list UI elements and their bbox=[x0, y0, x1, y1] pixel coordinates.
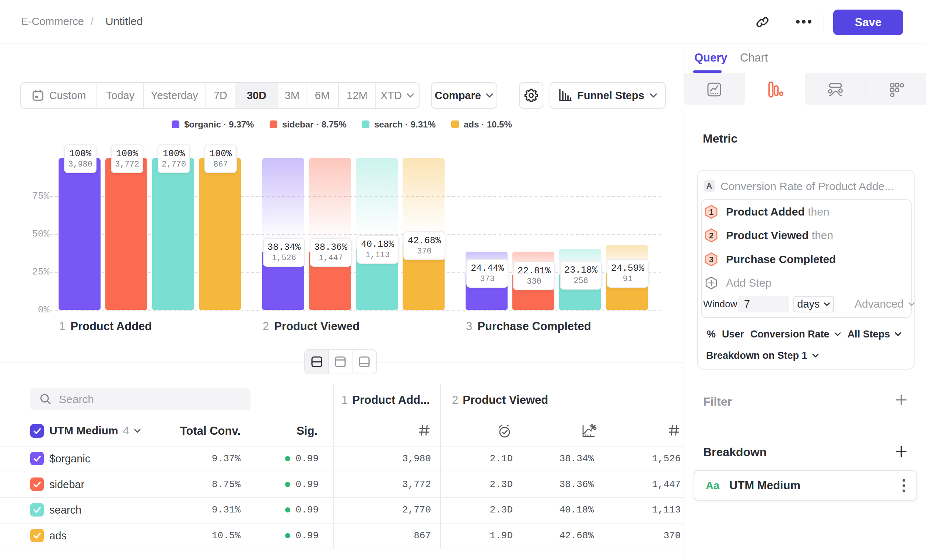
svg-text:3: 3 bbox=[709, 255, 713, 264]
svg-text:1: 1 bbox=[709, 207, 713, 216]
svg-text:2: 2 bbox=[709, 231, 713, 240]
